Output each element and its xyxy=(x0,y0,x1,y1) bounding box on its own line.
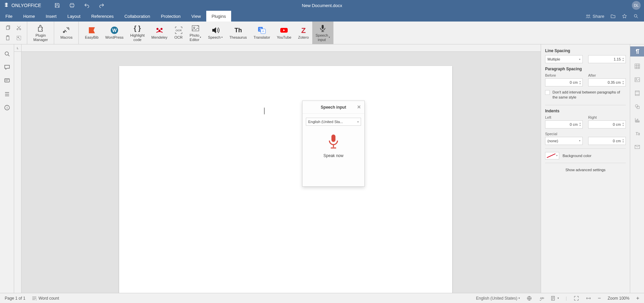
language-select[interactable]: English (United Sta... ▾ xyxy=(306,118,361,126)
plugin-speech-input[interactable]: Speech input▾ xyxy=(312,22,333,44)
onlyoffice-logo-icon xyxy=(3,2,9,8)
svg-rect-31 xyxy=(331,135,335,142)
table-tab-icon[interactable] xyxy=(634,63,641,70)
doc-language[interactable]: English (United States) ▾ xyxy=(476,296,520,301)
comments-icon[interactable] xyxy=(4,64,10,71)
vertical-ruler[interactable] xyxy=(14,52,22,293)
copy-icon[interactable] xyxy=(4,24,12,32)
special-indent-value[interactable]: 0 cm▲▼ xyxy=(588,137,626,145)
shape-tab-icon[interactable] xyxy=(634,103,641,110)
plugin-thesaurus[interactable]: Th Thesaurus xyxy=(226,22,250,44)
svg-text:Th: Th xyxy=(235,27,242,34)
document-page[interactable] xyxy=(119,66,452,293)
chevron-down-icon: ▾ xyxy=(357,120,359,123)
set-doc-language-icon[interactable] xyxy=(527,296,532,301)
plugins-toolbar: Plugin Manager Macros EasyBib W WordPres… xyxy=(0,22,644,44)
plugin-easybib[interactable]: EasyBib xyxy=(81,22,102,44)
print-icon[interactable] xyxy=(69,3,75,8)
navigation-icon[interactable] xyxy=(4,91,10,98)
select-all-icon[interactable] xyxy=(15,34,23,42)
page-area[interactable]: Speech input ✕ English (United Sta... ▾ … xyxy=(22,52,541,293)
plugin-photo-editor[interactable]: Photo Editor▾ xyxy=(186,22,205,44)
spellcheck-icon[interactable]: ABC xyxy=(539,296,544,301)
indent-left[interactable]: 0 cm▲▼ xyxy=(545,120,583,128)
plugin-youtube[interactable]: YouTube xyxy=(274,22,295,44)
document-name: New Document.docx xyxy=(302,3,342,8)
plugin-mendeley[interactable]: Mendeley xyxy=(148,22,171,44)
chat-icon[interactable] xyxy=(4,77,10,84)
plugin-manager-icon xyxy=(36,24,45,33)
word-count-button[interactable]: 123Word count xyxy=(32,296,59,301)
textart-tab-icon[interactable]: Ta xyxy=(634,130,641,137)
horizontal-ruler[interactable] xyxy=(22,44,541,52)
image-tab-icon[interactable] xyxy=(634,76,641,83)
microphone-icon[interactable] xyxy=(327,134,340,149)
svg-text:Z: Z xyxy=(301,26,306,35)
page-indicator[interactable]: Page 1 of 1 xyxy=(5,296,25,301)
tab-references[interactable]: References xyxy=(86,11,119,22)
mailmerge-tab-icon[interactable] xyxy=(634,143,641,151)
plugin-manager-button[interactable]: Plugin Manager xyxy=(30,22,51,44)
bg-color-label: Background color xyxy=(563,154,592,158)
tab-file[interactable]: File xyxy=(0,11,18,22)
svg-text:Ta: Ta xyxy=(635,131,640,136)
svg-rect-40 xyxy=(639,121,639,122)
plugin-translator[interactable]: 文A Translator xyxy=(250,22,274,44)
special-indent-mode[interactable]: (none)▾ xyxy=(545,137,583,145)
bg-color-picker[interactable]: ▾ xyxy=(545,152,559,159)
plugin-speech[interactable]: Speech▾ xyxy=(205,22,226,44)
svg-point-13 xyxy=(156,28,158,30)
close-icon[interactable]: ✕ xyxy=(357,104,361,110)
zoom-out-icon[interactable]: − xyxy=(598,295,601,301)
indent-right[interactable]: 0 cm▲▼ xyxy=(588,120,626,128)
no-interval-checkbox[interactable]: Don't add interval between paragraphs of… xyxy=(545,90,626,100)
paragraph-tab-icon[interactable] xyxy=(630,46,644,56)
svg-text:i: i xyxy=(6,106,7,110)
line-spacing-value[interactable]: 1.15▲▼ xyxy=(588,55,626,63)
track-changes-icon[interactable]: ▾ xyxy=(551,296,559,301)
zoom-in-icon[interactable]: + xyxy=(636,295,639,301)
tab-collaboration[interactable]: Collaboration xyxy=(119,11,156,22)
svg-point-7 xyxy=(20,29,21,30)
open-location-icon[interactable] xyxy=(610,13,616,19)
zoom-level[interactable]: Zoom 100% xyxy=(608,296,630,301)
plugin-wordpress[interactable]: W WordPress xyxy=(102,22,127,44)
find-icon[interactable] xyxy=(4,50,10,57)
menu-bar: File Home Insert Layout References Colla… xyxy=(0,11,644,22)
search-icon[interactable] xyxy=(633,13,639,19)
feedback-icon[interactable]: i xyxy=(4,104,10,111)
paste-icon[interactable] xyxy=(4,34,12,42)
mendeley-icon xyxy=(155,26,164,35)
tab-plugins[interactable]: Plugins xyxy=(206,11,231,22)
svg-rect-3 xyxy=(6,26,9,30)
show-advanced-settings[interactable]: Show advanced settings xyxy=(545,168,626,172)
header-footer-tab-icon[interactable] xyxy=(634,89,641,97)
tab-insert[interactable]: Insert xyxy=(40,11,62,22)
right-sidebar: Ta xyxy=(630,44,644,293)
tab-protection[interactable]: Protection xyxy=(155,11,186,22)
line-spacing-mode[interactable]: Multiple▾ xyxy=(545,55,583,63)
user-avatar[interactable]: DL xyxy=(632,1,641,10)
svg-rect-4 xyxy=(6,36,9,40)
wordpress-icon: W xyxy=(110,26,119,35)
fit-page-icon[interactable] xyxy=(574,296,579,301)
favorite-icon[interactable] xyxy=(622,13,627,19)
tab-layout[interactable]: Layout xyxy=(62,11,86,22)
fit-width-icon[interactable] xyxy=(586,296,591,301)
zotero-icon: Z xyxy=(299,26,308,35)
cut-icon[interactable] xyxy=(15,24,23,32)
plugin-highlight-code[interactable]: { } Highlight code xyxy=(127,22,148,44)
redo-icon[interactable] xyxy=(99,3,104,8)
undo-icon[interactable] xyxy=(84,3,90,8)
chart-tab-icon[interactable] xyxy=(634,116,641,124)
spacing-before[interactable]: 0 cm▲▼ xyxy=(545,78,583,86)
share-button[interactable]: Share xyxy=(585,13,604,19)
plugin-macros[interactable]: Macros xyxy=(57,22,76,44)
spacing-after[interactable]: 0.35 cm▲▼ xyxy=(588,78,626,86)
tab-home[interactable]: Home xyxy=(18,11,40,22)
tab-view[interactable]: View xyxy=(186,11,206,22)
save-icon[interactable] xyxy=(55,3,60,8)
plugin-ocr[interactable]: OCR OCR xyxy=(171,22,186,44)
plugin-zotero[interactable]: Z Zotero xyxy=(295,22,312,44)
thesaurus-icon: Th xyxy=(234,26,243,35)
